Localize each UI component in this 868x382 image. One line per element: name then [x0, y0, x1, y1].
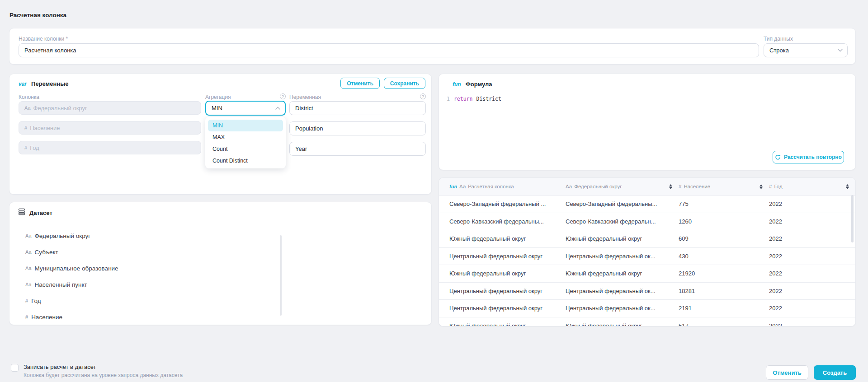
field-type-prefix: #: [25, 314, 28, 320]
cell-calculated-column: Центральный федеральный округ: [439, 253, 566, 260]
chevron-up-icon: [275, 107, 280, 110]
cell-year: 2022: [769, 200, 855, 207]
variable-name-input[interactable]: [289, 121, 426, 135]
field-name: Население: [30, 125, 60, 131]
column-name-input[interactable]: [19, 43, 759, 57]
fun-tag: fun: [453, 81, 461, 88]
field-name: Год: [30, 144, 39, 151]
dataset-field[interactable]: # Год: [25, 293, 118, 309]
table-row[interactable]: Южный федеральный округ Южный федеральны…: [439, 317, 855, 327]
variable-column-input: # Год: [19, 141, 201, 154]
aggregation-option[interactable]: MAX: [208, 131, 283, 143]
variable-column-input: Аа Федеральный округ: [19, 101, 201, 115]
variables-title: Переменные: [31, 80, 68, 87]
cell-federal-district: Центральный федеральный ок...: [566, 305, 679, 312]
cell-federal-district: Центральный федеральный ок...: [566, 253, 679, 260]
header-population[interactable]: # Население: [679, 184, 769, 189]
formula-editor[interactable]: 1 returnDistrict: [447, 96, 501, 102]
table-row[interactable]: Южный федеральный округ Южный федеральны…: [439, 230, 855, 248]
cell-population: 2191: [679, 305, 769, 312]
sort-icon[interactable]: [760, 184, 763, 189]
footer-create-button[interactable]: Создать: [814, 365, 856, 380]
cell-year: 2022: [769, 270, 855, 277]
aggregation-option[interactable]: MIN: [208, 120, 283, 131]
cell-population: 775: [679, 200, 769, 207]
field-type-prefix: Аа: [24, 105, 31, 111]
field-type-prefix: #: [24, 125, 27, 130]
variables-save-button[interactable]: Сохранить: [384, 78, 425, 89]
aggregation-option[interactable]: Count Distinct: [208, 155, 283, 167]
write-to-dataset-checkbox[interactable]: [11, 364, 19, 372]
cell-year: 2022: [769, 288, 855, 294]
write-to-dataset-hint: Колонка будет рассчитана на уровне запро…: [24, 372, 183, 378]
variable-col-label: Переменная: [289, 94, 321, 100]
data-type-label: Тип данных: [764, 36, 793, 42]
column-name-label: Название колонки *: [19, 36, 68, 42]
variable-name-input[interactable]: [289, 101, 426, 115]
data-type-select[interactable]: Строка: [764, 43, 848, 57]
variables-panel: var Переменные Отменить Сохранить Колонк…: [9, 74, 432, 195]
sort-icon[interactable]: [669, 184, 672, 189]
table-scrollbar[interactable]: [851, 195, 854, 242]
header-calculated-column[interactable]: fun Аа Расчетная колонка: [439, 184, 566, 189]
cell-federal-district: Северо-Западный федеральны...: [566, 200, 679, 207]
chevron-down-icon: [838, 49, 843, 52]
dataset-field[interactable]: Аа Субъект: [25, 244, 118, 260]
dataset-field[interactable]: # Население: [25, 309, 118, 325]
variables-cancel-button[interactable]: Отменить: [340, 78, 380, 89]
field-name: Населенный пункт: [35, 281, 87, 288]
recalculate-label: Рассчитать повторно: [784, 154, 842, 160]
field-name: Год: [31, 298, 41, 304]
cell-population: 609: [679, 235, 769, 242]
field-type-prefix: Аа: [25, 266, 32, 271]
cell-calculated-column: Центральный федеральный округ: [439, 305, 566, 312]
write-to-dataset-label: Записать расчет в датасет: [24, 363, 96, 370]
field-name: Субъект: [35, 249, 58, 256]
page-title: Расчетная колонка: [9, 12, 66, 19]
dataset-panel: Датасет Аа Федеральный округ Аа Субъект …: [9, 202, 432, 325]
preview-table: fun Аа Расчетная колонка Аа Федеральный …: [439, 177, 856, 326]
dataset-field[interactable]: Аа Населенный пункт: [25, 276, 118, 293]
aggregation-option[interactable]: Count: [208, 143, 283, 155]
variable-name-input[interactable]: [289, 142, 426, 156]
table-row[interactable]: Центральный федеральный округ Центральны…: [439, 283, 855, 300]
database-icon: [18, 208, 25, 217]
field-name: Федеральный округ: [33, 105, 87, 112]
aggregation-dropdown: MINMAXCountCount Distinct: [205, 117, 286, 168]
dataset-field[interactable]: Аа Муниципальное образование: [25, 260, 118, 276]
table-row[interactable]: Северо-Западный федеральный ... Северо-З…: [439, 196, 855, 213]
header-year[interactable]: # Год: [769, 184, 855, 189]
field-name: Федеральный округ: [35, 233, 91, 239]
header-federal-district[interactable]: Аа Федеральный округ: [566, 184, 679, 189]
dataset-field[interactable]: Аа Федеральный округ: [25, 228, 118, 244]
variable-help-icon[interactable]: ?: [420, 93, 426, 99]
cell-population: 430: [679, 253, 769, 260]
cell-federal-district: Южный федеральный округ: [566, 322, 679, 326]
keyword-return: return: [454, 96, 473, 102]
table-header-row: fun Аа Расчетная колонка Аа Федеральный …: [439, 178, 855, 196]
aggregation-help-icon[interactable]: ?: [280, 93, 286, 99]
field-name: Муниципальное образование: [35, 265, 118, 272]
cell-federal-district: Южный федеральный округ: [566, 235, 679, 242]
cell-federal-district: Центральный федеральный ок...: [566, 288, 679, 294]
footer-cancel-button[interactable]: Отменить: [766, 365, 808, 380]
cell-population: 18281: [679, 288, 769, 294]
cell-federal-district: Северо-Кавказский федеральн...: [566, 218, 679, 225]
line-number: 1: [447, 96, 450, 102]
sort-icon[interactable]: [846, 184, 849, 189]
table-row[interactable]: Северо-Кавказский федеральны... Северо-К…: [439, 213, 855, 231]
field-type-prefix: Аа: [25, 282, 32, 287]
cell-population: 1260: [679, 218, 769, 225]
aggregation-select[interactable]: MIN: [205, 101, 286, 116]
recalculate-button[interactable]: Рассчитать повторно: [773, 151, 844, 163]
table-row[interactable]: Центральный федеральный округ Центральны…: [439, 300, 855, 317]
cell-year: 2022: [769, 322, 855, 326]
cell-federal-district: Южный федеральный округ: [566, 270, 679, 277]
dataset-scrollbar[interactable]: [280, 235, 282, 316]
table-row[interactable]: Центральный федеральный округ Центральны…: [439, 248, 855, 266]
table-body: Северо-Западный федеральный ... Северо-З…: [439, 196, 855, 326]
formula-title: Формула: [466, 81, 492, 88]
column-inputs-list: Аа Федеральный округ # Население # Год: [19, 101, 201, 154]
table-row[interactable]: Южный федеральный округ Южный федеральны…: [439, 265, 855, 283]
cell-year: 2022: [769, 305, 855, 312]
